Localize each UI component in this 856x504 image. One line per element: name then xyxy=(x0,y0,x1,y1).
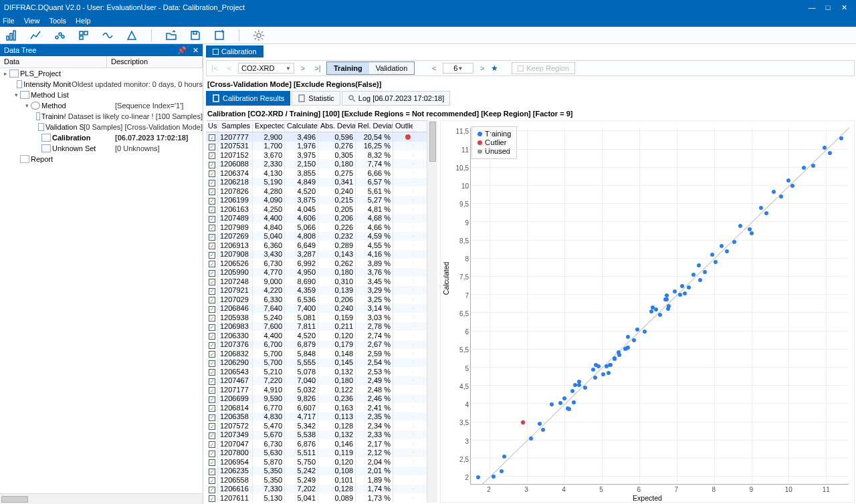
menu-view[interactable]: View xyxy=(24,17,40,25)
table-row[interactable]: ✓12078264,2804,5200,2405,61 % xyxy=(206,186,427,196)
data-point[interactable] xyxy=(521,420,525,424)
data-point[interactable] xyxy=(538,422,542,426)
table-row[interactable]: ✓12075725,4705,3420,1282,34 % xyxy=(206,421,427,430)
table-row[interactable]: ✓12072695,0404,8080,2324,59 % xyxy=(206,232,427,241)
scatter-chart[interactable]: Training Outlier Unused Calculated Expec… xyxy=(440,120,855,503)
star-icon[interactable]: ★ xyxy=(491,64,498,73)
data-point[interactable] xyxy=(759,206,763,210)
tree-node[interactable]: Report xyxy=(0,154,203,164)
data-point[interactable] xyxy=(570,389,574,393)
tree-node[interactable]: Validation Set[0 Samples] [Cross-Validat… xyxy=(0,122,203,132)
use-checkbox[interactable]: ✓ xyxy=(209,487,215,493)
use-checkbox[interactable]: ✓ xyxy=(209,495,215,502)
table-row[interactable]: ✓12064788,0407,9070,1331,65 % xyxy=(206,503,427,503)
tree-node[interactable]: Intensity MonitorOldest updated monitor:… xyxy=(0,79,203,90)
use-checkbox[interactable]: ✓ xyxy=(209,315,215,322)
data-point[interactable] xyxy=(502,455,506,459)
data-point[interactable] xyxy=(738,224,742,228)
data-point[interactable] xyxy=(492,475,496,479)
use-checkbox[interactable]: ✓ xyxy=(209,279,215,285)
use-checkbox[interactable]: ✓ xyxy=(209,469,215,475)
table-row[interactable]: ✓12063304,4004,5200,1202,74 % xyxy=(206,331,427,340)
tab-cal-results[interactable]: Calibration Results xyxy=(206,91,290,106)
data-point[interactable] xyxy=(593,376,597,380)
data-point[interactable] xyxy=(828,151,832,155)
use-checkbox[interactable]: ✓ xyxy=(209,432,215,439)
data-point[interactable] xyxy=(750,231,754,235)
data-point[interactable] xyxy=(748,227,752,231)
data-point[interactable] xyxy=(607,371,611,375)
use-checkbox[interactable]: ✓ xyxy=(209,288,215,295)
use-checkbox[interactable]: ✓ xyxy=(209,306,215,313)
tree-node[interactable]: ▾Method List xyxy=(0,90,203,100)
table-row[interactable]: ✓12078005,6305,5110,1192,12 % xyxy=(206,449,427,458)
settings-icon[interactable] xyxy=(253,29,265,41)
table-row[interactable]: ✓12061994,0903,8750,2155,27 % xyxy=(206,196,427,205)
data-point[interactable] xyxy=(500,469,504,473)
use-checkbox[interactable]: ✓ xyxy=(209,451,215,457)
col-rel-dev[interactable]: Rel. Deviation▾ xyxy=(356,121,393,132)
table-row[interactable]: ✓12060882,3302,1500,1807,74 % xyxy=(206,160,427,169)
factor-prev[interactable]: < xyxy=(428,64,440,72)
data-point[interactable] xyxy=(597,364,601,368)
menu-file[interactable]: File xyxy=(3,17,15,25)
data-point[interactable] xyxy=(786,178,790,182)
data-point[interactable] xyxy=(714,260,718,264)
use-checkbox[interactable]: ✓ xyxy=(209,152,215,159)
chart-icon-6[interactable] xyxy=(126,29,138,41)
tree-node[interactable]: Calibration[06.07.2023 17:02:18] xyxy=(0,132,203,143)
table-row[interactable]: ✓12063584,8304,7170,1132,35 % xyxy=(206,412,427,422)
tab-statistic[interactable]: Statistic xyxy=(292,91,340,106)
data-point[interactable] xyxy=(635,328,639,332)
table-row[interactable]: ✓12073766,7006,8790,1792,67 % xyxy=(206,340,427,350)
data-point[interactable] xyxy=(613,356,617,360)
use-checkbox[interactable]: ✓ xyxy=(209,144,215,150)
chart-icon-2[interactable] xyxy=(29,29,41,41)
data-point[interactable] xyxy=(678,293,682,297)
data-point[interactable] xyxy=(673,289,677,293)
use-checkbox[interactable]: ✓ xyxy=(209,477,215,484)
data-point[interactable] xyxy=(529,436,533,440)
table-row[interactable]: ✓12065266,7306,9920,2623,89 % xyxy=(206,259,427,268)
data-point[interactable] xyxy=(632,338,636,342)
table-row[interactable]: ✓12070476,7306,8760,1462,17 % xyxy=(206,439,427,449)
chart-icon-3[interactable] xyxy=(54,29,66,41)
menu-tools[interactable]: Tools xyxy=(49,17,66,25)
close-button[interactable]: ✕ xyxy=(836,3,852,12)
data-point[interactable] xyxy=(725,249,729,253)
use-checkbox[interactable]: ✓ xyxy=(209,243,215,249)
table-row[interactable]: ✓12062185,1904,8490,3416,57 % xyxy=(206,178,427,187)
saveas-icon[interactable] xyxy=(213,29,225,41)
data-point[interactable] xyxy=(687,285,691,289)
use-checkbox[interactable]: ✓ xyxy=(209,459,215,466)
use-checkbox[interactable]: ✓ xyxy=(209,207,215,213)
tab-calibration[interactable]: Calibration xyxy=(206,45,263,57)
grid-vscroll[interactable] xyxy=(427,120,437,503)
data-point[interactable] xyxy=(601,372,605,376)
factor-spin[interactable]: 6▼ xyxy=(443,63,473,74)
use-checkbox[interactable]: ✓ xyxy=(209,441,215,448)
data-point[interactable] xyxy=(802,166,806,170)
use-checkbox[interactable]: ✓ xyxy=(209,324,215,331)
use-checkbox[interactable]: ✓ xyxy=(209,405,215,412)
data-point[interactable] xyxy=(811,164,815,168)
data-point[interactable] xyxy=(839,136,843,140)
save-icon[interactable] xyxy=(189,29,201,41)
data-point[interactable] xyxy=(658,313,662,317)
table-row[interactable]: ✓12066167,3307,2020,1281,74 % xyxy=(206,485,427,494)
data-point[interactable] xyxy=(617,350,621,354)
use-checkbox[interactable]: ✓ xyxy=(209,369,215,376)
table-row[interactable]: ✓12071523,6703,9750,3058,32 % xyxy=(206,150,427,160)
tree-node[interactable]: Unknown Set[0 Unknowns] xyxy=(0,143,203,154)
data-point[interactable] xyxy=(643,330,647,334)
open-icon[interactable] xyxy=(165,29,177,41)
tab-log[interactable]: Log [06.07.2023 17:02:18] xyxy=(342,91,450,106)
use-checkbox[interactable]: ✓ xyxy=(209,134,215,141)
nav-prev[interactable]: < xyxy=(223,64,235,72)
table-row[interactable]: ✓12068146,7706,6070,1632,41 % xyxy=(206,403,427,412)
table-row[interactable]: ✓12069136,3606,6490,2894,55 % xyxy=(206,241,427,250)
use-checkbox[interactable]: ✓ xyxy=(209,342,215,349)
use-checkbox[interactable]: ✓ xyxy=(209,216,215,223)
table-row[interactable]: ✓12079214,2204,3590,1393,29 % xyxy=(206,286,427,295)
chart-icon-5[interactable] xyxy=(102,29,114,41)
